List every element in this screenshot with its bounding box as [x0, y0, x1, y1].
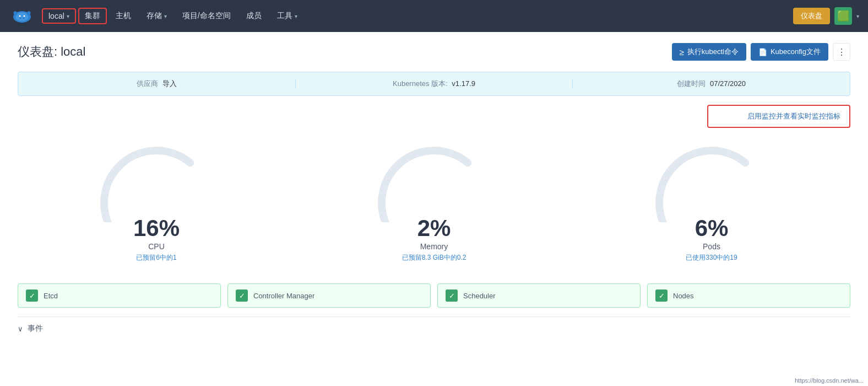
gauge-pods: 6%Pods已使用330中的19 [634, 142, 789, 262]
status-name-1: Controller Manager [253, 292, 314, 300]
gauge-label-2: Pods [686, 242, 737, 251]
gauge-cpu: 16%CPU已预留6中的1 [79, 142, 234, 262]
footer-url: https://blog.csdn.net/wa... [795, 377, 864, 384]
nav-local[interactable]: local ▾ [42, 8, 76, 24]
status-card-scheduler: ✓Scheduler [437, 283, 641, 308]
nav-local-label: local [48, 12, 64, 20]
nav-member-label: 成员 [246, 11, 262, 21]
provider-value: 导入 [162, 79, 177, 88]
navbar-right: 仪表盘 🟩 ▾ [793, 7, 859, 25]
svg-point-3 [16, 13, 28, 22]
info-created: 创建时间 07/27/2020 [573, 79, 850, 89]
kubectl-label: 执行kubectl命令 [687, 47, 739, 57]
gauge-memory: 2%Memory已预留8.3 GiB中的0.2 [357, 142, 511, 262]
nav-host-label: 主机 [116, 11, 131, 21]
logo [9, 6, 35, 26]
events-section: ∨ 事件 [18, 317, 850, 334]
nav-project-ns-label: 项目/命名空间 [182, 11, 231, 21]
nav-project-ns[interactable]: 项目/命名空间 [176, 8, 237, 24]
more-button[interactable]: ⋮ [833, 43, 850, 61]
events-label: 事件 [28, 324, 43, 334]
nav-tools[interactable]: 工具 ▾ [270, 8, 304, 24]
created-value: 07/27/2020 [710, 79, 746, 88]
status-card-controller-manager: ✓Controller Manager [227, 283, 431, 308]
gauge-svg-0 [96, 142, 217, 222]
events-chevron: ∨ [18, 325, 23, 333]
nav-storage[interactable]: 存储 ▾ [140, 8, 173, 24]
info-bar: 供应商 导入 Kubernetes 版本: v1.17.9 创建时间 07/27… [18, 72, 850, 96]
kubeconfig-label: Kubeconfig文件 [771, 47, 821, 57]
main-content: 仪表盘: local ≥ 执行kubectl命令 📄 Kubeconfig文件 … [0, 32, 868, 386]
status-check-icon-0: ✓ [26, 290, 38, 302]
nav-storage-label: 存储 [147, 11, 162, 21]
kubeconfig-icon: 📄 [758, 48, 767, 56]
svg-point-5 [23, 15, 25, 17]
status-name-2: Scheduler [463, 292, 496, 300]
dashboard-button[interactable]: 仪表盘 [793, 8, 830, 24]
info-k8s: Kubernetes 版本: v1.17.9 [296, 79, 573, 89]
status-check-icon-1: ✓ [236, 290, 248, 302]
page-header: 仪表盘: local ≥ 执行kubectl命令 📄 Kubeconfig文件 … [18, 43, 850, 61]
gauge-sub-0: 已预留6中的1 [133, 253, 180, 262]
events-header[interactable]: ∨ 事件 [18, 324, 850, 334]
monitoring-alert-text: 启用监控并查看实时监控指标 [747, 112, 840, 120]
status-check-icon-3: ✓ [655, 290, 668, 302]
gauge-sub-2: 已使用330中的19 [686, 253, 737, 262]
status-check-icon-2: ✓ [446, 290, 458, 302]
nav-tools-label: 工具 [277, 11, 292, 21]
status-name-3: Nodes [673, 292, 694, 300]
status-card-etcd: ✓Etcd [18, 283, 221, 308]
kubeconfig-button[interactable]: 📄 Kubeconfig文件 [751, 43, 828, 61]
gauge-percent-1: 2% [402, 217, 466, 240]
gauge-svg-2 [651, 142, 772, 222]
status-cards: ✓Etcd✓Controller Manager✓Scheduler✓Nodes [18, 283, 850, 308]
status-card-nodes: ✓Nodes [647, 283, 850, 308]
nav-cluster-label: 集群 [85, 11, 100, 21]
header-actions: ≥ 执行kubectl命令 📄 Kubeconfig文件 ⋮ [672, 43, 851, 61]
nav-host[interactable]: 主机 [109, 8, 138, 24]
gauge-label-1: Memory [402, 242, 466, 251]
gauge-svg-1 [373, 142, 495, 222]
kubectl-icon: ≥ [680, 47, 684, 57]
more-icon: ⋮ [837, 47, 846, 57]
gauge-sub-1: 已预留8.3 GiB中的0.2 [402, 253, 466, 262]
gauge-percent-0: 16% [133, 217, 180, 240]
tools-dropdown-arrow: ▾ [295, 13, 297, 19]
svg-point-4 [19, 15, 20, 17]
gauge-percent-2: 6% [686, 217, 737, 240]
nav-cluster[interactable]: 集群 [78, 8, 107, 24]
info-provider: 供应商 导入 [18, 79, 296, 89]
gauge-label-0: CPU [133, 242, 180, 251]
page-title: 仪表盘: local [18, 44, 85, 60]
provider-label: 供应商 [137, 79, 158, 88]
k8s-label: Kubernetes 版本: [393, 79, 448, 88]
local-dropdown-arrow: ▾ [67, 13, 69, 19]
kubectl-button[interactable]: ≥ 执行kubectl命令 [672, 43, 746, 61]
gauges-container: 16%CPU已预留6中的12%Memory已预留8.3 GiB中的0.26%Po… [18, 137, 850, 268]
avatar-button[interactable]: 🟩 [834, 7, 852, 25]
storage-dropdown-arrow: ▾ [164, 13, 167, 19]
navbar: local ▾ 集群 主机 存储 ▾ 项目/命名空间 成员 工具 ▾ 仪表盘 🟩… [0, 0, 868, 32]
svg-point-7 [23, 18, 24, 19]
created-label: 创建时间 [677, 79, 706, 88]
k8s-value: v1.17.9 [452, 79, 475, 88]
svg-point-6 [20, 18, 21, 19]
avatar-dropdown-arrow[interactable]: ▾ [856, 13, 859, 19]
avatar-icon: 🟩 [837, 10, 849, 22]
status-name-0: Etcd [44, 292, 58, 300]
nav-member[interactable]: 成员 [240, 8, 268, 24]
monitoring-alert[interactable]: 启用监控并查看实时监控指标 [707, 105, 850, 128]
